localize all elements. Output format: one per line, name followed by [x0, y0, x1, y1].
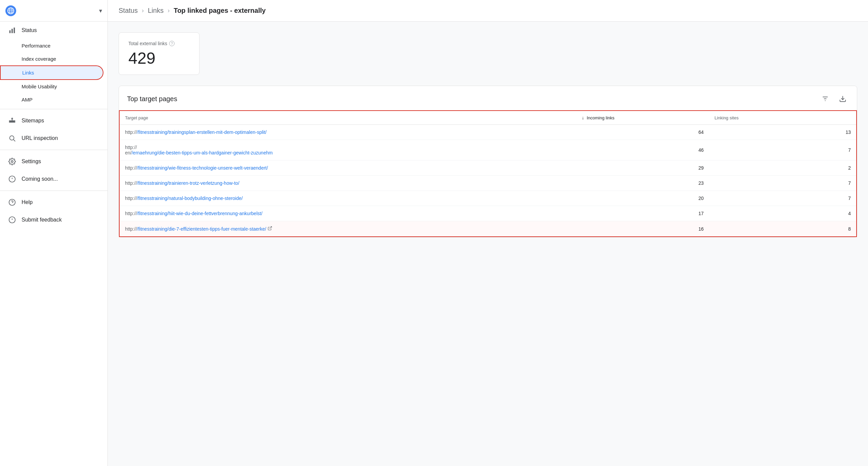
app-logo — [5, 5, 16, 16]
table-cell-linking: 7 — [709, 140, 857, 161]
filter-icon[interactable] — [819, 93, 831, 105]
settings-icon — [8, 157, 16, 166]
sidebar-item-status[interactable]: Status — [0, 22, 103, 39]
table-row[interactable]: http:///fitnesstraining/natural-bodybuil… — [119, 191, 857, 206]
sidebar-item-url-inspection[interactable]: URL inspection — [0, 129, 103, 147]
sidebar-item-sitemaps-label: Sitemaps — [22, 118, 44, 124]
svg-rect-6 — [11, 29, 13, 33]
table-cell-target: http:///fitnesstraining/die-7-effiziente… — [119, 221, 577, 237]
sidebar-divider-3 — [0, 191, 107, 191]
breadcrumb: Status › Links › Top linked pages - exte… — [119, 7, 266, 14]
sidebar-item-links[interactable]: Links — [0, 65, 103, 80]
sidebar-divider-2 — [0, 150, 107, 150]
col-header-linking-label: Linking sites — [714, 115, 739, 120]
sidebar-item-help-label: Help — [22, 199, 33, 205]
col-header-target-label: Target page — [125, 115, 148, 120]
table-header-row: Top target pages — [119, 86, 857, 110]
info-icon[interactable]: ? — [169, 41, 175, 46]
sidebar-item-settings[interactable]: Settings — [0, 153, 103, 170]
sidebar-item-sitemaps[interactable]: Sitemaps — [0, 112, 103, 129]
stats-label-text: Total external links — [128, 41, 167, 46]
table-section: Top target pages Target page — [119, 86, 857, 237]
table-cell-target: http:///fitnesstraining/natural-bodybuil… — [119, 191, 577, 206]
svg-rect-7 — [14, 28, 15, 33]
sidebar-header: ▾ — [0, 0, 107, 22]
stats-label: Total external links ? — [128, 41, 190, 46]
col-header-target: Target page — [119, 111, 577, 125]
sort-icon: ↓ — [582, 115, 584, 120]
table-cell-target: http://en//ernaehrung/die-besten-tipps-u… — [119, 140, 577, 161]
svg-rect-5 — [9, 30, 11, 33]
table-cell-incoming: 17 — [577, 206, 709, 221]
table-title: Top target pages — [127, 95, 177, 103]
sidebar-item-help[interactable]: Help — [0, 194, 103, 211]
help-icon — [8, 198, 16, 206]
sidebar-divider-1 — [0, 109, 107, 109]
content-area: Total external links ? 429 Top target pa… — [108, 22, 868, 248]
submit-feedback-icon — [8, 216, 16, 224]
col-header-linking: Linking sites — [709, 111, 857, 125]
table-cell-linking: 2 — [709, 161, 857, 176]
sidebar-item-index-coverage-label: Index coverage — [22, 56, 56, 62]
table-row[interactable]: http://en//ernaehrung/die-besten-tipps-u… — [119, 140, 857, 161]
table-row[interactable]: http:///fitnesstraining/wie-fitness-tech… — [119, 161, 857, 176]
sidebar-item-mobile-usability[interactable]: Mobile Usability — [0, 80, 103, 93]
table-row[interactable]: http:///fitnesstraining/trainingsplan-er… — [119, 125, 857, 140]
table-cell-incoming: 29 — [577, 161, 709, 176]
svg-point-11 — [10, 136, 14, 140]
sidebar-item-index-coverage[interactable]: Index coverage — [0, 52, 103, 65]
table-cell-target: http:///fitnesstraining/trainieren-trotz… — [119, 176, 577, 191]
table-cell-incoming: 23 — [577, 176, 709, 191]
sidebar-item-links-label: Links — [22, 70, 34, 76]
breadcrumb-current: Top linked pages - externally — [174, 7, 266, 14]
svg-line-12 — [13, 140, 15, 141]
top-bar: Status › Links › Top linked pages - exte… — [108, 0, 868, 22]
status-icon — [8, 26, 16, 34]
breadcrumb-links[interactable]: Links — [148, 7, 164, 14]
external-link-icon[interactable] — [268, 226, 272, 231]
table-row[interactable]: http:///fitnesstraining/hiit-wie-du-dein… — [119, 206, 857, 221]
table-cell-incoming: 64 — [577, 125, 709, 140]
sidebar-item-settings-label: Settings — [22, 158, 41, 165]
table-row[interactable]: http:///fitnesstraining/die-7-effiziente… — [119, 221, 857, 237]
sidebar-item-amp[interactable]: AMP — [0, 93, 103, 106]
main-content: Status › Links › Top linked pages - exte… — [108, 0, 868, 466]
breadcrumb-status[interactable]: Status — [119, 7, 138, 14]
sidebar-item-coming-soon-label: Coming soon... — [22, 176, 58, 182]
table-cell-linking: 8 — [709, 221, 857, 237]
table-cell-incoming: 16 — [577, 221, 709, 237]
table-cell-linking: 4 — [709, 206, 857, 221]
svg-line-26 — [270, 227, 272, 229]
breadcrumb-sep-1: › — [142, 7, 144, 14]
col-header-incoming-label: Incoming links — [587, 115, 614, 120]
col-header-incoming[interactable]: ↓ Incoming links — [577, 111, 709, 125]
breadcrumb-sep-2: › — [167, 7, 169, 14]
sidebar-item-performance[interactable]: Performance — [0, 39, 103, 52]
data-table: Target page ↓ Incoming links Linking sit… — [119, 110, 857, 237]
sidebar-item-status-label: Status — [22, 27, 37, 33]
table-cell-incoming: 20 — [577, 191, 709, 206]
stats-card: Total external links ? 429 — [119, 32, 199, 75]
table-cell-target: http:///fitnesstraining/wie-fitness-tech… — [119, 161, 577, 176]
url-inspection-icon — [8, 134, 16, 142]
table-row[interactable]: http:///fitnesstraining/trainieren-trotz… — [119, 176, 857, 191]
sidebar-item-submit-feedback[interactable]: Submit feedback — [0, 211, 103, 229]
sidebar-item-mobile-usability-label: Mobile Usability — [22, 84, 57, 89]
sidebar-item-url-inspection-label: URL inspection — [22, 135, 58, 141]
svg-marker-9 — [11, 118, 13, 119]
sitemaps-icon — [8, 117, 16, 125]
table-actions — [819, 93, 849, 105]
sidebar-item-performance-label: Performance — [22, 43, 51, 49]
table-cell-linking: 7 — [709, 191, 857, 206]
sidebar-collapse-icon[interactable]: ▾ — [99, 7, 102, 14]
table-cell-target: http:///fitnesstraining/hiit-wie-du-dein… — [119, 206, 577, 221]
table-cell-linking: 7 — [709, 176, 857, 191]
sidebar-item-submit-feedback-label: Submit feedback — [22, 217, 62, 223]
download-icon[interactable] — [837, 93, 849, 105]
table-cell-target: http:///fitnesstraining/trainingsplan-er… — [119, 125, 577, 140]
sidebar-item-coming-soon[interactable]: Coming soon... — [0, 170, 103, 188]
svg-point-13 — [11, 161, 13, 163]
sidebar-item-amp-label: AMP — [22, 97, 33, 103]
table-cell-incoming: 46 — [577, 140, 709, 161]
sidebar: ▾ Status Performance Index coverage Link… — [0, 0, 108, 466]
